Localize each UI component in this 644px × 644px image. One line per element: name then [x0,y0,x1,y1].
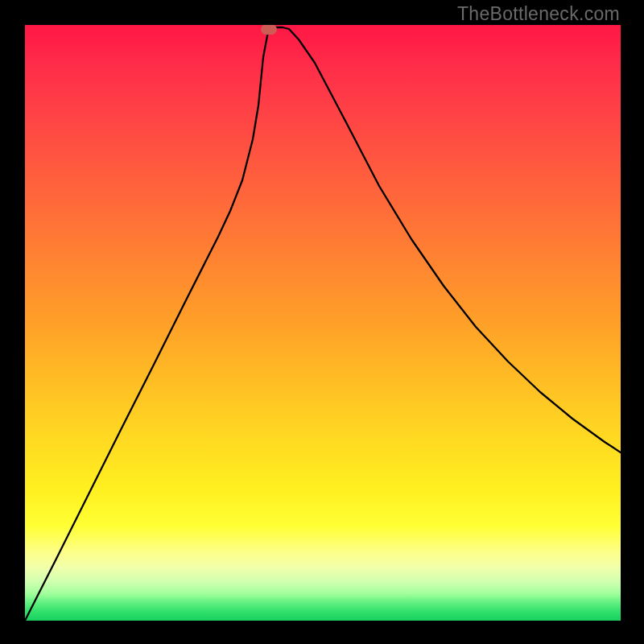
current-point-marker [261,25,277,35]
bottleneck-curve [25,25,621,621]
plot-area [25,25,621,621]
watermark-text: TheBottleneck.com [457,3,620,25]
chart-frame: TheBottleneck.com [0,0,644,644]
